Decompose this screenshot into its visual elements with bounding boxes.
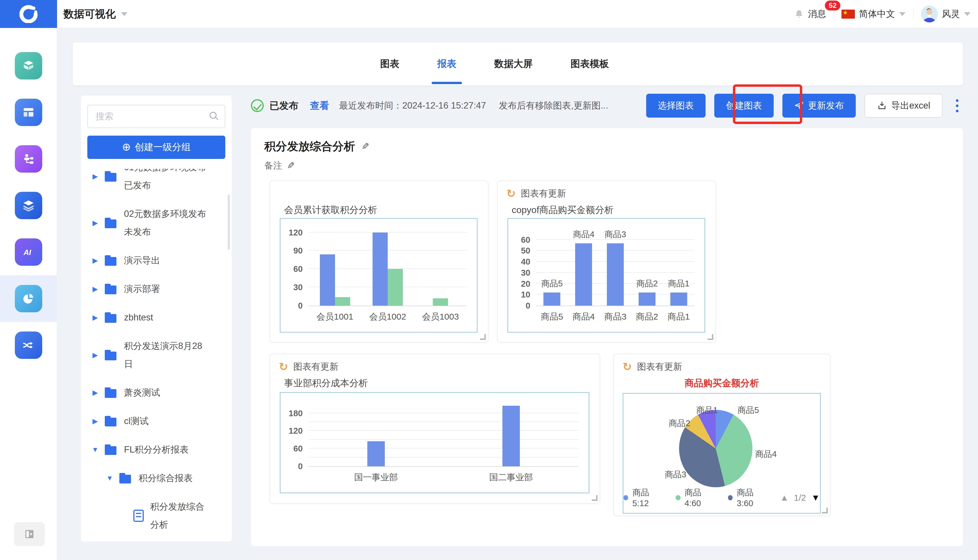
chevron-right-icon[interactable] [91, 172, 100, 180]
plus-circle-icon [122, 142, 131, 153]
scrollbar-thumb[interactable] [228, 195, 230, 250]
edit-title-icon[interactable] [362, 141, 369, 152]
rail-item-shuffle[interactable] [0, 322, 57, 368]
tab-reports[interactable]: 报表 [437, 42, 457, 85]
chart-title: 商品购买金额分析 [614, 377, 830, 390]
bar-value-label: 商品1 [668, 278, 690, 290]
legend-item[interactable]: 商品5:12 [623, 487, 663, 508]
y-tick: 180 [289, 408, 303, 418]
app-logo[interactable] [0, 0, 57, 28]
pie-label: 商品2 [668, 418, 690, 429]
bar-chart-member-points[interactable]: 0306090120会员1001会员1002会员1003 [280, 218, 478, 333]
tab-bar: 图表 报表 数据大屏 图表模板 [73, 42, 916, 85]
chevron-right-icon[interactable] [91, 351, 100, 359]
resize-handle[interactable] [822, 508, 828, 513]
resize-handle[interactable] [480, 334, 486, 340]
legend-item[interactable]: 商品3:60 [728, 487, 767, 508]
more-actions-button[interactable] [951, 99, 963, 112]
resize-handle[interactable] [708, 334, 713, 340]
search-input[interactable] [87, 105, 225, 128]
bar-chart-copyof-purchase[interactable]: 0102030405060商品5商品5商品4商品4商品3商品3商品2商品2商品1… [507, 218, 705, 333]
collapse-panel-button[interactable] [14, 522, 45, 546]
app-title[interactable]: 数据可视化 [63, 0, 127, 28]
chart-card-purchase-pie[interactable]: 图表有更新 商品购买金额分析 商品5 商品4 商品3 商品2 商品1 商品5:1… [613, 353, 830, 516]
cube-app-icon [15, 52, 42, 80]
bar [433, 298, 448, 306]
rail-item-layout[interactable] [0, 89, 57, 136]
update-publish-button[interactable]: 更新发布 [782, 94, 856, 118]
export-excel-button[interactable]: 导出excel [865, 94, 943, 118]
y-tick: 0 [298, 301, 303, 310]
tab-templates[interactable]: 图表模板 [570, 42, 609, 85]
select-chart-button[interactable]: 选择图表 [646, 94, 706, 118]
tree-item[interactable]: 01元数据多环境发布 已发布 [87, 169, 225, 195]
publish-status: 已发布 [270, 99, 298, 112]
folder-icon [105, 416, 118, 427]
tree-item[interactable]: 萧炎测试 [87, 383, 225, 402]
legend-page-up-icon[interactable] [780, 493, 789, 503]
chevron-down-icon [964, 12, 970, 16]
view-link[interactable]: 查看 [310, 99, 329, 112]
tree-item-report-selected[interactable]: 积分发放综合 分析 [87, 498, 225, 532]
user-menu[interactable]: 风灵 [921, 5, 970, 22]
y-tick: 0 [298, 462, 303, 471]
chart-title: 事业部积分成本分析 [284, 377, 368, 390]
create-chart-button[interactable]: 创建图表 [714, 94, 774, 118]
legend-item[interactable]: 商品4:60 [676, 487, 715, 508]
chevron-down-icon[interactable] [91, 446, 100, 454]
chart-card-division-cost[interactable]: 图表有更新 事业部积分成本分析 060120180国一事业部国二事业部 [270, 353, 600, 503]
tabs-card: 图表 报表 数据大屏 图表模板 [73, 42, 963, 85]
folder-icon [105, 284, 118, 294]
user-name: 风灵 [942, 8, 960, 20]
folder-icon [105, 445, 118, 455]
chevron-right-icon[interactable] [91, 388, 100, 397]
bar [388, 269, 403, 306]
chart-card-copyof-purchase[interactable]: 图表有更新 copyof商品购买金额分析 0102030405060商品5商品5… [497, 180, 716, 343]
ai-app-icon: AI [15, 238, 42, 266]
rail-item-ai[interactable]: AI [0, 229, 57, 275]
rail-item-cube[interactable] [0, 42, 57, 89]
bar [373, 233, 388, 306]
rail-item-orgchart[interactable] [0, 136, 57, 182]
chevron-right-icon[interactable] [91, 285, 100, 293]
tab-charts[interactable]: 图表 [380, 42, 399, 85]
folder-icon [105, 218, 118, 228]
refresh-icon [279, 361, 288, 372]
language-switcher[interactable]: ★ 简体中文 [841, 8, 906, 20]
resize-handle[interactable] [592, 495, 598, 501]
legend-page-down-icon[interactable] [811, 493, 820, 503]
pie-label: 商品4 [755, 448, 776, 460]
rail-item-charts-active[interactable] [0, 275, 57, 322]
tree-item[interactable]: cl测试 [87, 412, 225, 430]
tree-item[interactable]: 演示导出 [87, 252, 225, 270]
tree-item[interactable]: 02元数据多环境发布 未发布 [87, 205, 225, 241]
bar-value-label: 商品2 [636, 278, 658, 290]
chevron-right-icon[interactable] [91, 313, 100, 322]
notifications[interactable]: 消息 52 [794, 8, 826, 20]
y-tick: 120 [289, 426, 303, 436]
publish-status-bar: 已发布 查看 最近发布时间：2024-12-16 15:27:47 发布后有移除… [251, 93, 963, 119]
x-category-label: 商品1 [645, 311, 712, 323]
tree-item[interactable]: 积分综合报表 [87, 469, 225, 487]
search-icon[interactable] [210, 112, 217, 119]
tree-item[interactable]: FL积分分析报表 [87, 441, 225, 459]
folder-icon [105, 350, 118, 360]
chevron-right-icon[interactable] [91, 219, 100, 227]
tab-dashboards[interactable]: 数据大屏 [494, 42, 533, 85]
tree-item[interactable]: 积分发送演示8月28 日 [87, 337, 225, 373]
edit-note-icon[interactable] [287, 160, 295, 171]
chevron-right-icon[interactable] [91, 257, 100, 265]
tree-item[interactable]: 演示部署 [87, 280, 225, 298]
rail-item-layers[interactable] [0, 182, 57, 229]
y-tick: 60 [521, 235, 530, 245]
chevron-down-icon[interactable] [105, 474, 114, 482]
create-group-button[interactable]: 创建一级分组 [87, 136, 225, 159]
bar-chart-division-cost[interactable]: 060120180国一事业部国二事业部 [280, 392, 590, 493]
chart-card-member-points[interactable]: 会员累计获取积分分析 0306090120会员1001会员1002会员1003 [270, 180, 488, 343]
x-category-label: 国二事业部 [426, 472, 596, 483]
y-tick: 0 [526, 301, 530, 310]
chevron-right-icon[interactable] [91, 417, 100, 425]
pie-chart-purchase[interactable]: 商品5 商品4 商品3 商品2 商品1 商品5:12 商品4:60 商品3:60 [623, 393, 821, 514]
chart-title: 会员累计获取积分分析 [284, 204, 377, 217]
tree-item[interactable]: zbhtest [87, 308, 225, 327]
